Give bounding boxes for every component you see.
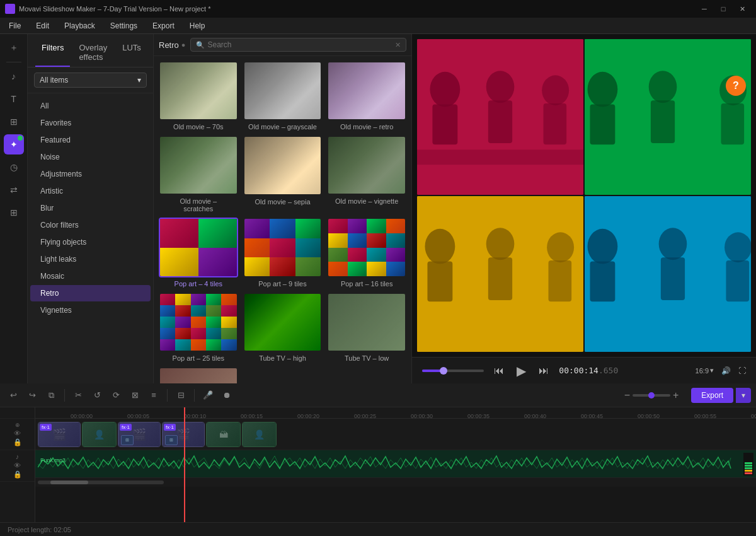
category-favorites[interactable]: Favorites [30, 115, 151, 131]
category-noise[interactable]: Noise [30, 149, 151, 165]
filter-pop-art-4[interactable]: Pop art – 4 tiles [159, 218, 238, 287]
category-mosaic[interactable]: Mosaic [30, 268, 151, 284]
aspect-ratio-selector[interactable]: 16:9 ▾ [696, 366, 714, 375]
menu-file[interactable]: File [5, 20, 25, 32]
text-icon-button[interactable]: T [4, 89, 24, 109]
menubar: File Edit Playback Settings Export Help [0, 18, 756, 34]
titlebar-title: Movavi Slideshow Maker – 7-Day Trial Ver… [19, 5, 210, 13]
filter-tube-tv-low[interactable]: Tube TV – low [327, 293, 406, 362]
minimize-button[interactable]: ─ [696, 0, 713, 18]
separator [64, 389, 65, 402]
replace-icon-button[interactable]: ⇄ [4, 180, 24, 200]
playhead[interactable] [184, 407, 185, 522]
audio-lock-icon[interactable]: 🔒 [13, 470, 22, 479]
category-vignettes[interactable]: Vignettes [30, 302, 151, 318]
clip-1[interactable]: fx·1 🎬 [38, 422, 81, 447]
category-flying-objects[interactable]: Flying objects [30, 234, 151, 250]
eye-icon[interactable]: 👁 [14, 429, 21, 437]
filter-old-movie-retro[interactable]: Old movie – retro [327, 61, 406, 131]
fullscreen-button[interactable]: ⛶ [738, 366, 746, 375]
menu-settings[interactable]: Settings [106, 20, 141, 32]
copy-button[interactable]: ⧉ [43, 387, 59, 404]
audio-filename: Funk.mp3 [40, 457, 66, 463]
clip-6[interactable]: 👤 [242, 422, 277, 447]
timeline-ruler: 00:00:00 00:00:05 00:00:10 00:00:15 00:0… [35, 407, 756, 419]
close-button[interactable]: ✕ [733, 0, 751, 18]
redo-button[interactable]: ↪ [24, 387, 40, 404]
help-button[interactable]: ? [726, 76, 746, 96]
filter-old-movie-scratches[interactable]: Old movie –scratches [159, 136, 238, 213]
filter-old-movie-vignette[interactable]: Old movie – vignette [327, 136, 406, 213]
prev-frame-button[interactable]: ⏮ [491, 363, 507, 379]
progress-bar[interactable] [422, 370, 484, 372]
export-button[interactable]: Export [691, 388, 733, 403]
category-adjustments[interactable]: Adjustments [30, 166, 151, 182]
filter-pop-art-25[interactable]: Pop art – 25 tiles [159, 293, 238, 362]
add-media-button[interactable]: ＋ [4, 38, 24, 58]
volume-button[interactable]: 🔊 [721, 366, 731, 375]
crop-button[interactable]: ⊠ [127, 387, 143, 404]
menu-playback[interactable]: Playback [60, 20, 99, 32]
search-input[interactable] [207, 40, 392, 49]
filter-pop-art-16[interactable]: Pop art – 16 tiles [327, 218, 406, 287]
clip-3[interactable]: fx·1 🎬 ⊞ [118, 422, 161, 447]
filter-old-movie-grayscale[interactable]: Old movie – grayscale [243, 61, 323, 131]
category-light-leaks[interactable]: Light leaks [30, 251, 151, 267]
audio-eye-icon[interactable]: 👁 [14, 462, 21, 469]
export-dropdown-button[interactable]: ▾ [736, 388, 751, 403]
status-bar: Project length: 02:05 [0, 522, 756, 536]
clip-2[interactable]: 👤 [82, 422, 117, 447]
menu-edit[interactable]: Edit [32, 20, 53, 32]
search-wrapper[interactable]: 🔍 ✕ [190, 38, 406, 52]
clip-5[interactable]: 🏔 [206, 422, 241, 447]
aspect-ratio-label: 16:9 [696, 367, 709, 375]
filter-label-pop-art-25: Pop art – 25 tiles [173, 354, 225, 362]
transition-icon-button[interactable]: ⊞ [4, 112, 24, 132]
clear-search-icon[interactable]: ✕ [395, 41, 401, 49]
current-time-ms: .650 [598, 366, 618, 375]
lock-icon[interactable]: 🔒 [13, 438, 22, 446]
split-button[interactable]: ⊟ [173, 387, 189, 404]
filter-tube-tv-high[interactable]: Tube TV – high [243, 293, 323, 362]
clip-4[interactable]: fx·1 🎬 ⊞ [162, 422, 205, 447]
filter-old-movie-70s[interactable]: Old movie – 70s [159, 61, 238, 131]
category-all[interactable]: All [30, 98, 151, 114]
all-items-dropdown[interactable]: All items ▾ [34, 73, 147, 88]
add-track-icon[interactable]: ⊕ [15, 422, 20, 428]
filter-preview-next[interactable] [159, 367, 238, 383]
tab-overlay-effects[interactable]: Overlay effects [72, 39, 113, 67]
menu-help[interactable]: Help [186, 20, 209, 32]
filter-label-pop-art-4: Pop art – 4 tiles [175, 280, 222, 288]
zoom-slider[interactable] [633, 394, 670, 397]
audio-button[interactable]: 🎤 [200, 387, 216, 404]
zoom-out-button[interactable]: − [624, 390, 630, 401]
timeline-scrollbar[interactable] [35, 478, 756, 487]
svg-rect-19 [488, 257, 512, 300]
rotate-button[interactable]: ⟳ [108, 387, 124, 404]
titlebar-controls[interactable]: ─ □ ✕ [696, 0, 751, 18]
redo2-button[interactable]: ↺ [89, 387, 105, 404]
menu-export[interactable]: Export [149, 20, 178, 32]
cut-button[interactable]: ✂ [70, 387, 86, 404]
record-button[interactable]: ⏺ [219, 387, 235, 404]
category-blur[interactable]: Blur [30, 200, 151, 216]
progress-handle[interactable] [440, 367, 447, 375]
next-frame-button[interactable]: ⏭ [536, 363, 551, 379]
tab-filters[interactable]: Filters [35, 39, 70, 67]
play-button[interactable]: ▶ [514, 361, 529, 381]
category-color-filters[interactable]: Color filters [30, 217, 151, 233]
music-icon-button[interactable]: ♪ [4, 66, 24, 86]
category-retro[interactable]: Retro [30, 285, 151, 301]
category-featured[interactable]: Featured [30, 132, 151, 148]
undo-button[interactable]: ↩ [5, 387, 21, 404]
maximize-button[interactable]: □ [714, 0, 732, 18]
filter-pop-art-9[interactable]: Pop art – 9 tiles [243, 218, 323, 287]
filters-icon-button[interactable]: ✦ [4, 134, 24, 154]
filter-old-movie-sepia[interactable]: Old movie – sepia [243, 136, 323, 213]
settings2-button[interactable]: ≡ [146, 387, 162, 404]
clock-icon-button[interactable]: ◷ [4, 157, 24, 177]
grid-icon-button[interactable]: ⊞ [4, 202, 24, 223]
tab-luts[interactable]: LUTs [116, 39, 147, 67]
zoom-in-button[interactable]: + [673, 390, 679, 401]
category-artistic[interactable]: Artistic [30, 183, 151, 199]
